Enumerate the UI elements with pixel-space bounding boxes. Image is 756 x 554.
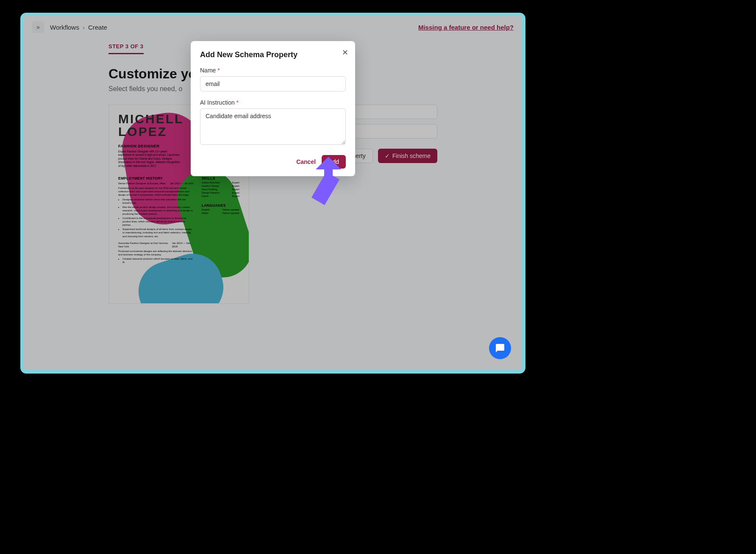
resume-bio: Expert Fashion Designer with 11+ years' …	[118, 150, 182, 168]
breadcrumb-workflows[interactable]: Workflows	[50, 24, 79, 31]
check-icon: ✓	[385, 152, 390, 159]
resume-emp-heading: EMPLOYMENT HISTORY	[118, 176, 194, 180]
finish-scheme-button[interactable]: ✓ Finish scheme	[378, 149, 437, 163]
breadcrumb: Workflows › Create	[50, 24, 107, 31]
add-button[interactable]: Add	[322, 155, 346, 169]
help-link[interactable]: Missing a feature or need help?	[418, 24, 514, 31]
instruction-label: AI Instruction *	[200, 99, 346, 106]
breadcrumb-create: Create	[88, 24, 107, 31]
cancel-button[interactable]: Cancel	[296, 158, 316, 165]
close-icon: ✕	[342, 48, 348, 57]
name-input[interactable]	[200, 76, 346, 91]
chat-fab[interactable]	[489, 337, 511, 359]
resume-skills-heading: SKILLS	[202, 176, 239, 180]
modal-title: Add New Schema Property	[200, 50, 346, 59]
step-indicator: STEP 3 OF 3	[108, 43, 144, 54]
add-property-modal: ✕ Add New Schema Property Name * AI Inst…	[191, 41, 355, 176]
chevron-right-double-icon: »	[36, 24, 40, 30]
resume-lang-heading: LANGUAGES	[202, 203, 239, 208]
name-label: Name *	[200, 67, 346, 74]
chat-icon	[495, 343, 505, 353]
chevron-right-icon: ›	[83, 24, 85, 31]
topbar: » Workflows › Create Missing a feature o…	[24, 16, 522, 38]
instruction-textarea[interactable]	[200, 108, 346, 145]
close-button[interactable]: ✕	[342, 48, 348, 57]
sidebar-toggle-button[interactable]: »	[32, 21, 44, 33]
